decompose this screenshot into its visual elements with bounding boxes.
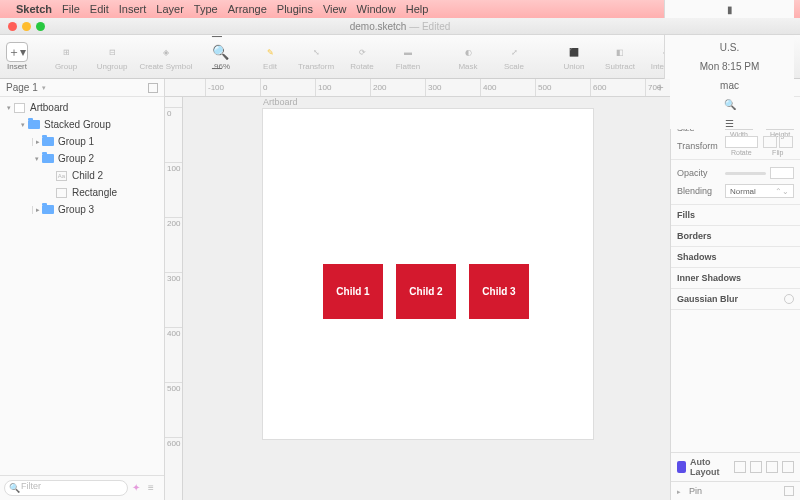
transform-row: Transform Rotate Flip: [677, 137, 794, 155]
gaussian-label: Gaussian Blur: [677, 294, 738, 304]
insert-button[interactable]: ＋▾ Insert: [6, 37, 28, 77]
rotate-sublabel: Rotate: [731, 149, 752, 156]
disclosure-icon[interactable]: [4, 104, 14, 112]
group-button[interactable]: ⊞Group: [44, 37, 88, 77]
zoom-window-icon[interactable]: [36, 22, 45, 31]
menu-plugins[interactable]: Plugins: [277, 3, 313, 15]
opacity-label: Opacity: [677, 168, 725, 178]
flatten-button[interactable]: ▬Flatten: [386, 37, 430, 77]
rotate-field[interactable]: [725, 136, 758, 148]
fills-section[interactable]: Fills: [671, 205, 800, 226]
menu-view[interactable]: View: [323, 3, 347, 15]
pin-options-icon[interactable]: [784, 486, 794, 496]
shadows-section[interactable]: Shadows: [671, 247, 800, 268]
layer-rectangle[interactable]: Rectangle: [0, 184, 164, 201]
ruler-tick: 0: [260, 79, 267, 96]
stack-v-icon[interactable]: [750, 461, 762, 473]
sliders-icon[interactable]: ≡: [148, 482, 160, 494]
layer-stacked-group[interactable]: Stacked Group: [0, 116, 164, 133]
artboard-title[interactable]: Artboard: [263, 97, 298, 107]
backward-button[interactable]: ↧Backward: [796, 37, 800, 77]
layers-panel-footer: 🔍 Filter ✦ ≡: [0, 475, 164, 500]
menu-edit[interactable]: Edit: [90, 3, 109, 15]
union-button[interactable]: ⬛Union: [552, 37, 596, 77]
add-artboard-icon[interactable]: ＋: [654, 81, 666, 93]
wand-icon[interactable]: ✦: [132, 482, 144, 494]
menu-arrange[interactable]: Arrange: [228, 3, 267, 15]
text-layer-icon: Aa: [56, 171, 67, 181]
create-symbol-button[interactable]: ◈Create Symbol: [136, 37, 196, 77]
borders-section[interactable]: Borders: [671, 226, 800, 247]
canvas-child-2[interactable]: Child 2: [396, 264, 456, 319]
layer-tree: Artboard Stacked Group Group 1 Group 2 A…: [0, 97, 164, 475]
ruler-tick: 600: [590, 79, 606, 96]
disclosure-icon[interactable]: [32, 138, 42, 146]
menu-window[interactable]: Window: [357, 3, 396, 15]
blend-mode-select[interactable]: Normal ⌃⌄: [725, 184, 794, 198]
ruler-tick: 300: [165, 272, 182, 283]
minimize-icon[interactable]: [22, 22, 31, 31]
ruler-tick: 100: [165, 162, 182, 173]
opacity-slider[interactable]: [725, 172, 766, 175]
layer-group-1[interactable]: Group 1: [0, 133, 164, 150]
canvas-child-3[interactable]: Child 3: [469, 264, 529, 319]
blending-label: Blending: [677, 186, 725, 196]
folder-icon: [42, 154, 54, 163]
app-name[interactable]: Sketch: [16, 3, 52, 15]
subtract-button[interactable]: ◧Subtract: [598, 37, 642, 77]
window-titlebar: demo.sketch — Edited: [0, 18, 800, 35]
zoom-control[interactable]: ─ 🔍 ─96%: [212, 37, 232, 77]
flip-v-icon[interactable]: [779, 136, 793, 148]
menu-help[interactable]: Help: [406, 3, 429, 15]
menu-insert[interactable]: Insert: [119, 3, 147, 15]
user-name[interactable]: mac: [720, 80, 739, 91]
folder-icon: [42, 137, 54, 146]
disclosure-icon[interactable]: [32, 206, 42, 214]
stack-none-icon[interactable]: [782, 461, 794, 473]
ruler-tick: -100: [205, 79, 224, 96]
stack-h-icon[interactable]: [734, 461, 746, 473]
scale-button[interactable]: ⤢Scale: [492, 37, 536, 77]
rotate-button[interactable]: ⟳Rotate: [340, 37, 384, 77]
mask-button[interactable]: ◐Mask: [446, 37, 490, 77]
disclosure-icon[interactable]: [18, 121, 28, 129]
transform-button[interactable]: ⤡Transform: [294, 37, 338, 77]
layer-child-2[interactable]: Aa Child 2: [0, 167, 164, 184]
edit-tool-button[interactable]: ✎Edit: [248, 37, 292, 77]
stack-grid-icon[interactable]: [766, 461, 778, 473]
blur-toggle-icon[interactable]: [784, 294, 794, 304]
gaussian-blur-section[interactable]: Gaussian Blur: [671, 289, 800, 310]
layer-group-3[interactable]: Group 3: [0, 201, 164, 218]
inspector-panel: Position X Y Size Width ⎘ Height Transfo…: [670, 79, 800, 500]
artboard[interactable]: Child 1 Child 2 Child 3: [263, 109, 593, 439]
canvas[interactable]: Artboard Child 1 Child 2 Child 3: [183, 97, 670, 500]
battery-icon[interactable]: ▮: [727, 4, 733, 15]
flip-sublabel: Flip: [772, 149, 783, 156]
layer-group-2[interactable]: Group 2: [0, 150, 164, 167]
layer-filter-input[interactable]: 🔍 Filter: [4, 480, 128, 496]
flip-h-icon[interactable]: [763, 136, 777, 148]
layer-artboard[interactable]: Artboard: [0, 99, 164, 116]
input-locale[interactable]: U.S.: [720, 42, 739, 53]
canvas-area: -100 0 100 200 300 400 500 600 700 ＋ 0 1…: [165, 79, 670, 500]
page-selector[interactable]: Page 1: [0, 79, 164, 97]
disclosure-icon[interactable]: [32, 155, 42, 163]
opacity-field[interactable]: [770, 167, 794, 179]
pin-row[interactable]: Pin: [671, 481, 800, 500]
ungroup-button[interactable]: ⊟Ungroup: [90, 37, 134, 77]
page-options-icon[interactable]: [148, 83, 158, 93]
page-name: Page 1: [6, 82, 38, 93]
spotlight-icon[interactable]: 🔍: [724, 99, 736, 110]
disclosure-icon[interactable]: [677, 486, 685, 496]
notifications-icon[interactable]: ☰: [725, 118, 734, 129]
ruler-tick: 500: [165, 382, 182, 393]
menu-file[interactable]: File: [62, 3, 80, 15]
ruler-tick: 400: [480, 79, 496, 96]
menu-layer[interactable]: Layer: [156, 3, 184, 15]
clock[interactable]: Mon 8:15 PM: [700, 61, 759, 72]
menu-type[interactable]: Type: [194, 3, 218, 15]
close-icon[interactable]: [8, 22, 17, 31]
inner-shadows-section[interactable]: Inner Shadows: [671, 268, 800, 289]
canvas-child-1[interactable]: Child 1: [323, 264, 383, 319]
transform-label: Transform: [677, 141, 725, 151]
